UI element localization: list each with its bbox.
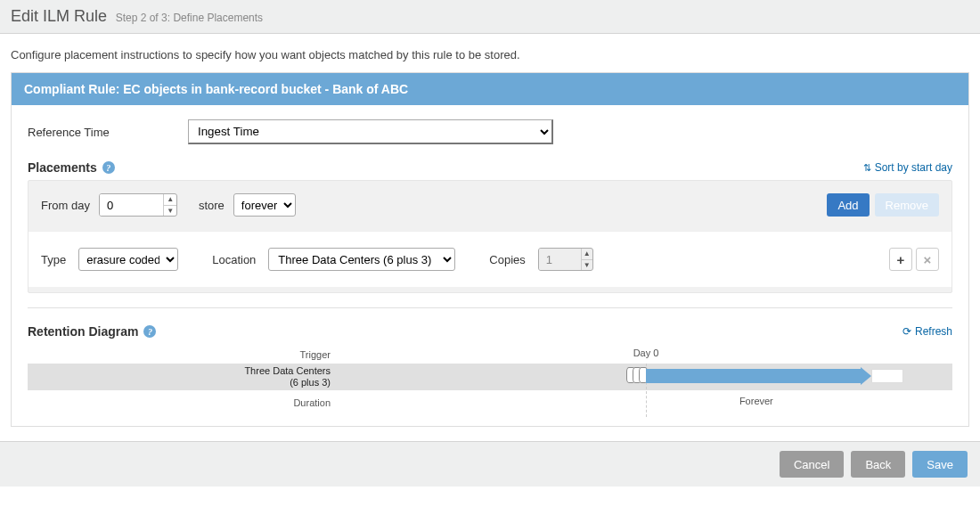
cancel-button[interactable]: Cancel — [780, 451, 844, 478]
type-label: Type — [41, 253, 66, 266]
footer-bar: Cancel Back Save — [0, 441, 980, 487]
reference-time-label: Reference Time — [28, 126, 188, 139]
step-indicator: Step 2 of 3: Define Placements — [116, 12, 263, 24]
reference-time-row: Reference Time Ingest Time — [28, 119, 952, 144]
store-label: store — [199, 199, 225, 212]
type-select[interactable]: erasure coded — [78, 248, 178, 271]
stepper-down-icon: ▼ — [582, 260, 592, 271]
refresh-link[interactable]: ⟳ Refresh — [902, 325, 952, 338]
location-label: Location — [212, 253, 256, 266]
retention-section-title: Retention Diagram ? ⟳ Refresh — [28, 324, 952, 339]
top-bar: Edit ILM Rule Step 2 of 3: Define Placem… — [0, 0, 980, 34]
retention-title-text: Retention Diagram — [28, 324, 138, 339]
storage-cylinder-icon — [626, 367, 648, 383]
help-icon[interactable]: ? — [102, 161, 115, 174]
duration-label: Duration — [170, 397, 339, 409]
rule-panel-header: Compliant Rule: EC objects in bank-recor… — [12, 73, 968, 105]
from-day-stepper[interactable]: ▲ ▼ — [99, 193, 177, 217]
day0-label: Day 0 — [633, 348, 659, 358]
copies-stepper: ▲ ▼ — [538, 248, 593, 271]
placements-title-text: Placements — [28, 160, 97, 175]
page-subtitle: Configure placement instructions to spec… — [0, 34, 980, 72]
copies-label: Copies — [489, 253, 525, 266]
from-day-input[interactable] — [100, 194, 164, 216]
save-button[interactable]: Save — [912, 451, 968, 478]
placement-top-row: From day ▲ ▼ store forever Add Remove — [41, 193, 939, 217]
diagram-row-label-1: Three Data Centers — [170, 365, 331, 377]
back-button[interactable]: Back — [851, 451, 905, 478]
plus-icon[interactable]: + — [889, 248, 912, 271]
sort-icon: ⇅ — [863, 162, 871, 174]
placement-bottom-row: Type erasure coded Location Three Data C… — [29, 231, 951, 287]
reference-time-select[interactable]: Ingest Time — [188, 119, 553, 144]
placement-box: From day ▲ ▼ store forever Add Remove — [28, 180, 952, 293]
refresh-label: Refresh — [915, 325, 952, 338]
store-select[interactable]: forever — [233, 193, 296, 217]
refresh-icon: ⟳ — [902, 325, 911, 338]
arrow-right-icon — [861, 367, 871, 385]
diagram-bar-row: Three Data Centers (6 plus 3) — [28, 364, 952, 390]
stepper-up-icon[interactable]: ▲ — [164, 194, 176, 206]
close-icon: × — [916, 248, 939, 271]
stepper-up-icon: ▲ — [582, 249, 592, 260]
retention-bar-extension — [871, 369, 903, 383]
remove-button: Remove — [875, 193, 939, 217]
placements-section-title: Placements ? ⇅ Sort by start day — [28, 160, 952, 175]
stepper-down-icon[interactable]: ▼ — [164, 206, 176, 217]
retention-bar — [646, 369, 861, 383]
separator — [28, 307, 952, 308]
page-title: Edit ILM Rule — [11, 7, 107, 25]
add-button[interactable]: Add — [827, 193, 869, 217]
from-day-label: From day — [41, 199, 90, 212]
forever-label: Forever — [739, 396, 773, 406]
sort-link-label: Sort by start day — [875, 161, 952, 174]
retention-diagram: Trigger Day 0 Three Data Centers (6 plus… — [28, 348, 952, 412]
sort-by-start-day-link[interactable]: ⇅ Sort by start day — [863, 161, 952, 174]
copies-input — [539, 249, 581, 270]
rule-panel: Compliant Rule: EC objects in bank-recor… — [11, 72, 969, 427]
trigger-label: Trigger — [170, 349, 339, 361]
location-select[interactable]: Three Data Centers (6 plus 3) — [268, 248, 455, 271]
diagram-row-label-2: (6 plus 3) — [170, 377, 331, 388]
help-icon[interactable]: ? — [143, 325, 156, 338]
